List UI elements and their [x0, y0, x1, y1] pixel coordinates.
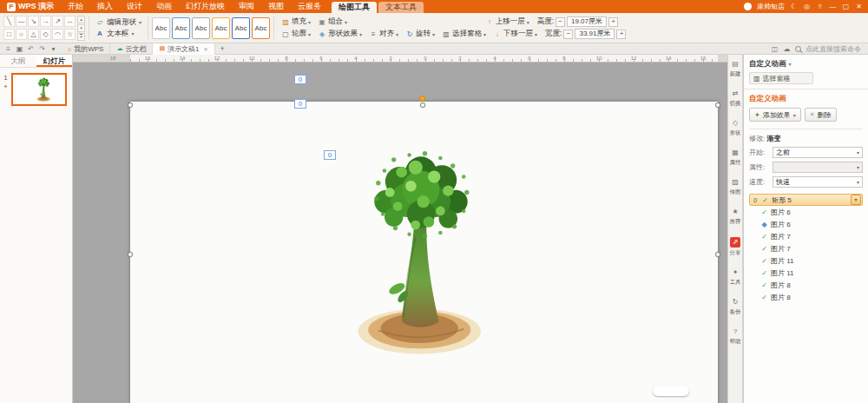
- gallery-scroll-down-icon[interactable]: [77, 24, 85, 32]
- selection-pane-button[interactable]: ▥ 选择窗格: [749, 72, 813, 84]
- slide-thumbnail[interactable]: [11, 73, 67, 106]
- save-icon[interactable]: ▣: [16, 45, 23, 53]
- search-icon[interactable]: [795, 46, 801, 52]
- shape-style-preset[interactable]: Abc: [252, 17, 270, 39]
- sync-status-icon[interactable]: ☁: [783, 45, 791, 53]
- animation-list-item[interactable]: ◆ 图片 6: [749, 218, 863, 230]
- outline-button[interactable]: 轮廓: [278, 28, 314, 40]
- shape-tool-icon[interactable]: ◠: [52, 29, 63, 40]
- shape-style-preset[interactable]: Abc: [232, 17, 250, 39]
- menu-tab[interactable]: 云服务: [291, 0, 328, 13]
- restore-button[interactable]: ▢: [842, 3, 850, 10]
- theme-icon[interactable]: ☾: [790, 3, 798, 10]
- chevron-down-icon[interactable]: [789, 61, 792, 67]
- close-button[interactable]: ✕: [855, 3, 863, 10]
- start-select[interactable]: 之前: [773, 147, 863, 158]
- selection-pane-ribbon-button[interactable]: 选择窗格: [438, 28, 490, 40]
- add-effect-button[interactable]: ✦ 添加效果: [749, 108, 801, 122]
- resize-handle-top-center[interactable]: [420, 102, 425, 108]
- animation-list-item[interactable]: ✓ 图片 11: [749, 254, 863, 267]
- rotation-handle[interactable]: [419, 96, 425, 102]
- align-button[interactable]: 对齐: [365, 28, 402, 40]
- shape-style-preset[interactable]: Abc: [212, 17, 230, 39]
- width-decrease-button[interactable]: −: [563, 30, 573, 39]
- shape-tool-icon[interactable]: →: [40, 16, 51, 27]
- minimize-button[interactable]: —: [829, 3, 837, 10]
- shape-tool-icon[interactable]: ↘: [28, 16, 39, 27]
- menu-tab[interactable]: 幻灯片放映: [179, 0, 232, 13]
- shape-tool-icon[interactable]: —: [16, 16, 27, 27]
- help-icon[interactable]: ?: [816, 3, 824, 10]
- animation-list-item[interactable]: ✓ 图片 6: [749, 206, 863, 218]
- gallery-scroll-up-icon[interactable]: [77, 16, 85, 23]
- bring-forward-button[interactable]: 上移一层: [482, 16, 533, 28]
- shape-tool-icon[interactable]: △: [28, 29, 39, 40]
- sidebar-tool[interactable]: ⇄ 切换: [728, 89, 742, 108]
- shape-effects-button[interactable]: 形状效果: [314, 28, 365, 40]
- animation-list-item[interactable]: ✓ 图片 8: [749, 279, 863, 291]
- menu-icon[interactable]: ≡: [4, 45, 12, 53]
- close-tab-icon[interactable]: [204, 46, 208, 52]
- shape-tool-icon[interactable]: ○: [16, 29, 27, 40]
- group-button[interactable]: 组合: [314, 16, 351, 28]
- fill-button[interactable]: 填充: [278, 16, 314, 28]
- wps-logo[interactable]: P WPS 演示: [0, 1, 61, 12]
- avatar[interactable]: [744, 3, 752, 10]
- command-search[interactable]: 点此直接搜索命令: [806, 44, 861, 54]
- send-backward-button[interactable]: 下移一层: [490, 28, 541, 40]
- tab-presentation-1[interactable]: ▤ 演示文稿1: [153, 43, 214, 55]
- height-decrease-button[interactable]: −: [556, 17, 565, 27]
- animation-list-item[interactable]: ✓ 图片 8: [749, 291, 863, 303]
- shape-style-preset[interactable]: Abc: [152, 17, 170, 39]
- shape-tool-icon[interactable]: □: [3, 29, 15, 40]
- delete-button[interactable]: ✕ 删除: [805, 108, 837, 122]
- animation-item-dropdown[interactable]: [851, 195, 861, 205]
- menu-tab[interactable]: 审阅: [232, 0, 261, 13]
- animation-order-badge[interactable]: 0: [294, 99, 306, 109]
- sidebar-tool[interactable]: ? 帮助: [728, 327, 742, 346]
- resize-handle-middle-left[interactable]: [128, 252, 133, 257]
- height-increase-button[interactable]: +: [608, 17, 618, 27]
- rotate-button[interactable]: 旋转: [402, 28, 438, 40]
- undo-icon[interactable]: ↶: [27, 45, 35, 53]
- sidebar-tool[interactable]: ◇ 形状: [728, 119, 742, 137]
- animation-order-badge[interactable]: 0: [324, 150, 336, 160]
- shape-tool-icon[interactable]: ↗: [52, 16, 63, 27]
- menu-tab[interactable]: 设计: [120, 0, 149, 13]
- sidebar-tool[interactable]: ✦ 工具: [728, 268, 742, 287]
- animation-list-item[interactable]: ✓ 图片 7: [749, 242, 863, 254]
- speed-select[interactable]: 快速: [773, 176, 863, 188]
- menu-tab[interactable]: 视图: [261, 0, 291, 13]
- tab-outline[interactable]: 大纲: [0, 55, 36, 67]
- animation-list-item[interactable]: 0 ✓ 矩形 5: [749, 194, 863, 206]
- sidebar-tool[interactable]: ★ 推荐: [728, 208, 742, 226]
- resize-handle-top-left[interactable]: [128, 102, 133, 108]
- switch-view-icon[interactable]: ◫: [771, 45, 779, 53]
- resize-handle-top-right[interactable]: [715, 102, 720, 108]
- sidebar-tool[interactable]: ▦ 属性: [728, 149, 742, 167]
- sidebar-tool[interactable]: ↻ 备份: [728, 298, 742, 316]
- redo-icon[interactable]: ↷: [38, 45, 46, 53]
- sidebar-tool[interactable]: ▨ 传图: [728, 178, 742, 196]
- tab-slides[interactable]: 幻灯片: [36, 55, 73, 67]
- edit-shape-button[interactable]: 编辑形状: [93, 17, 144, 28]
- shape-tool-icon[interactable]: ◇: [40, 29, 51, 40]
- animation-list-item[interactable]: ✓ 图片 7: [749, 230, 863, 242]
- menu-tab[interactable]: 插入: [90, 0, 120, 13]
- tool-tab[interactable]: 绘图工具: [332, 2, 377, 13]
- width-increase-button[interactable]: +: [616, 30, 626, 39]
- sidebar-tool[interactable]: ⇗ 分享: [728, 237, 742, 257]
- shape-style-preset[interactable]: Abc: [172, 17, 190, 39]
- shape-tool-icon[interactable]: ☆: [64, 29, 76, 40]
- more-actions-icon[interactable]: ▾: [49, 45, 57, 53]
- sidebar-tool[interactable]: ▤ 新建: [728, 60, 742, 78]
- shape-tool-icon[interactable]: ↔: [64, 16, 76, 27]
- menu-tab[interactable]: 开始: [61, 0, 90, 13]
- new-tab-button[interactable]: +: [215, 44, 230, 53]
- settings-icon[interactable]: ◎: [803, 3, 811, 10]
- shape-style-preset[interactable]: Abc: [192, 17, 210, 39]
- width-value[interactable]: 33.91厘米: [575, 29, 615, 39]
- shape-tool-icon[interactable]: ╲: [3, 16, 15, 27]
- textbox-button[interactable]: 文本框: [93, 28, 144, 39]
- tab-cloud-docs[interactable]: ☁ 云文档: [110, 43, 153, 55]
